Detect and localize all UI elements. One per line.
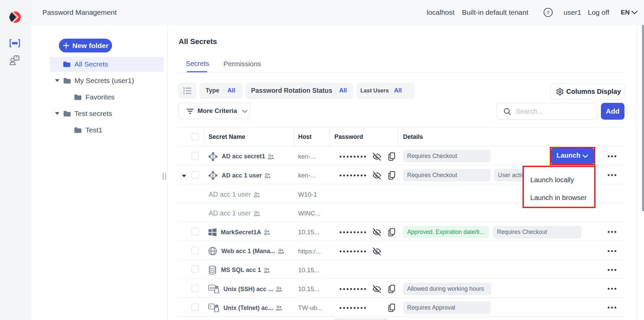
svg-text:?: ? [15,56,17,60]
svg-text:SSH: SSH [209,286,214,289]
svg-text:?: ? [547,10,549,15]
